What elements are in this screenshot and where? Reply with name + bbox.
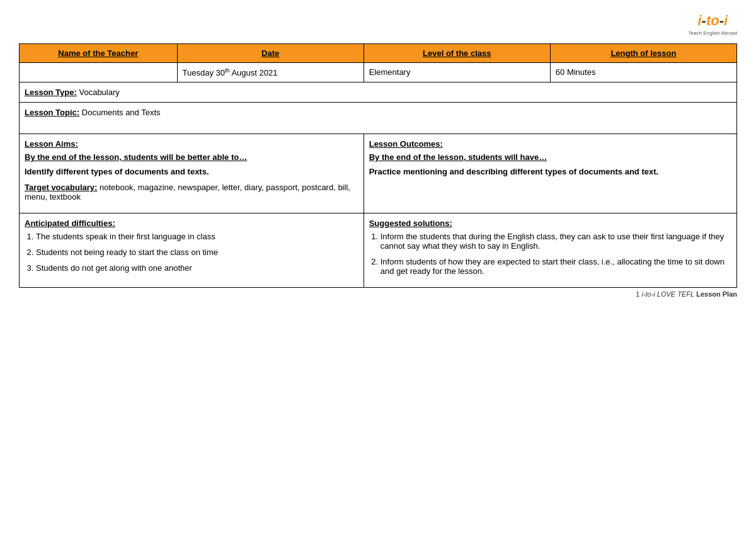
footer: 1 i-to-i LOVE TEFL Lesson Plan	[19, 290, 737, 298]
footer-brand: i-to-i LOVE TEFL	[641, 290, 694, 298]
aims-vocab-label: Target vocabulary:	[25, 183, 97, 192]
outcomes-cell: Lesson Outcomes: By the end of the lesso…	[364, 134, 736, 213]
footer-label: Lesson Plan	[696, 290, 737, 298]
date-sup: th	[225, 67, 230, 74]
solution-item-1: Inform the students that during the Engl…	[381, 232, 731, 251]
difficulties-cell: Anticipated difficulties: The students s…	[20, 213, 364, 288]
outcomes-title: Lesson Outcomes:	[369, 139, 731, 149]
aims-cell: Lesson Aims: By the end of the lesson, s…	[20, 134, 364, 213]
solutions-title: Suggested solutions:	[369, 219, 731, 228]
footer-label-text: Lesson Plan	[696, 290, 737, 298]
logo-subtitle: Teach English Abroad	[689, 30, 737, 36]
aims-outcomes-row: Lesson Aims: By the end of the lesson, s…	[20, 134, 737, 213]
footer-page-num: 1	[636, 290, 639, 298]
logo-area: i-to-i Teach English Abroad	[19, 13, 737, 36]
page-wrapper: i-to-i Teach English Abroad Name of the …	[19, 13, 737, 298]
info-data-row: Tuesday 30th August 2021 Elementary 60 M…	[20, 63, 737, 82]
length-cell: 60 Minutes	[550, 63, 736, 82]
date-cell: Tuesday 30th August 2021	[177, 63, 364, 82]
difficulties-title: Anticipated difficulties:	[25, 219, 358, 228]
outcomes-bold1: Practice mentioning and describing diffe…	[369, 167, 658, 176]
date-text: Tuesday 30th August 2021	[183, 68, 278, 77]
difficulty-item-2: Students not being ready to start the cl…	[36, 247, 358, 257]
aims-bold1: Identify different types of documents an…	[25, 167, 209, 176]
outcomes-text1: Practice mentioning and describing diffe…	[369, 167, 731, 176]
lesson-type-cell: Lesson Type: Vocabulary	[20, 82, 737, 103]
footer-brand-text: i-to-i LOVE TEFL	[641, 290, 694, 298]
logo-dash1: -	[702, 13, 706, 28]
lesson-plan-table: Name of the Teacher Date Level of the cl…	[19, 43, 737, 288]
difficulties-solutions-row: Anticipated difficulties: The students s…	[20, 213, 737, 288]
solution-item-2: Inform students of how they are expected…	[381, 257, 731, 276]
header-length: Length of lesson	[550, 44, 736, 63]
solutions-list: Inform the students that during the Engl…	[369, 232, 731, 276]
lesson-type-label: Lesson Type:	[25, 88, 77, 97]
header-date: Date	[177, 44, 364, 63]
lesson-topic-value: Documents and Texts	[82, 108, 161, 117]
aims-text1: Identify different types of documents an…	[25, 167, 358, 176]
difficulties-list: The students speak in their first langua…	[25, 232, 358, 273]
teacher-name-cell	[20, 63, 178, 82]
aims-title: Lesson Aims:	[25, 139, 358, 149]
lesson-topic-row: Lesson Topic: Documents and Texts	[20, 103, 737, 134]
header-teacher: Name of the Teacher	[20, 44, 178, 63]
solutions-cell: Suggested solutions: Inform the students…	[364, 213, 736, 288]
logo-to: to	[706, 13, 719, 28]
aims-subtitle: By the end of the lesson, students will …	[25, 152, 358, 162]
difficulty-item-1: The students speak in their first langua…	[36, 232, 358, 241]
outcomes-subtitle: By the end of the lesson, students will …	[369, 152, 731, 162]
level-cell: Elementary	[364, 63, 550, 82]
lesson-type-row: Lesson Type: Vocabulary	[20, 82, 737, 103]
lesson-topic-label: Lesson Topic:	[25, 108, 79, 117]
logo-container: i-to-i Teach English Abroad	[689, 13, 737, 36]
aims-vocab: Target vocabulary: notebook, magazine, n…	[25, 183, 358, 202]
header-row: Name of the Teacher Date Level of the cl…	[20, 44, 737, 63]
header-level: Level of the class	[364, 44, 550, 63]
difficulty-item-3: Students do not get along with one anoth…	[36, 263, 358, 273]
lesson-topic-cell: Lesson Topic: Documents and Texts	[20, 103, 737, 134]
logo-i2: i	[724, 13, 728, 28]
lesson-type-value: Vocabulary	[79, 88, 119, 97]
logo-text: i-to-i	[689, 13, 737, 29]
logo-dash2: -	[719, 13, 724, 28]
